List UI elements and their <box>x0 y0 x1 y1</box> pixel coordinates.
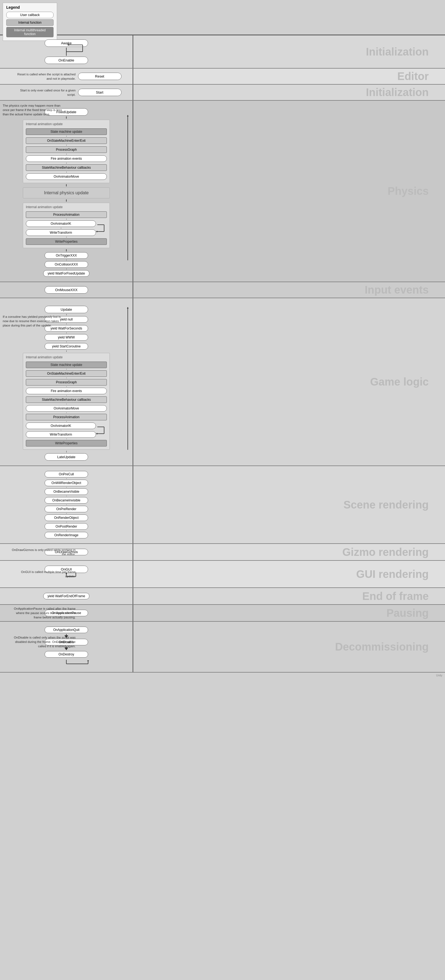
editor-flow: Reset is called when the script is attac… <box>0 68 133 84</box>
gui-note: OnGUI is called multiple time per frame … <box>10 570 76 578</box>
init1-flow: Awake OnEnable <box>0 35 133 68</box>
yield-waitforendofframe: yield WaitForEndOfFrame <box>43 593 89 599</box>
physics-row: The physics cycle may happen more than o… <box>0 101 445 282</box>
init2-row: Start is only ever called once for a giv… <box>0 84 445 100</box>
physics-anim-box-2: Internal animation update ProcessAnimati… <box>23 203 110 248</box>
physics-nodes: FixedUpdate Internal animation update St… <box>23 107 110 277</box>
eof-flow: yield WaitForEndOfFrame <box>0 588 133 604</box>
onanimator-ik-1: OnAnimatorIK <box>26 220 96 227</box>
game-note: If a coroutine has yielded previously bu… <box>3 315 65 328</box>
physics-return-arrow <box>127 114 133 268</box>
gui-heading: GUI rendering <box>356 568 429 580</box>
editor-row: Reset is called when the script is attac… <box>0 68 445 84</box>
physics-return-arrow-container <box>127 114 133 268</box>
pause-row: OnApplicationPause is called after the f… <box>0 605 445 621</box>
onwillrender: OnWillRenderObject <box>44 480 88 486</box>
physics-note: The physics cycle may happen more than o… <box>3 103 65 116</box>
scene-flow: OnPreCull OnWillRenderObject OnBecameVis… <box>0 466 133 543</box>
write-properties-1: WriteProperties <box>26 238 107 245</box>
fire-anim-events-1: Fire animation events <box>26 155 107 162</box>
process-graph-1: ProcessGraph <box>26 146 107 153</box>
state-machine-update-1: State machine update <box>26 129 107 135</box>
game-flow: If a coroutine has yielded previously bu… <box>0 298 133 466</box>
game-onanimator-ik: OnAnimatorIK <box>26 423 96 429</box>
editor-note: Reset is called when the script is attac… <box>13 72 76 81</box>
game-process-anim: ProcessAnimation <box>26 414 107 420</box>
onrenderimage: OnRenderImage <box>44 532 88 538</box>
editor-section: Reset is called when the script is attac… <box>0 68 445 84</box>
onbecamevisible: OnBecameVisible <box>44 488 88 495</box>
write-transform-1: WriteTransform <box>26 229 96 236</box>
ondestroy-node: OnDestroy <box>44 651 88 658</box>
input-section: OnMouseXXX Input events <box>0 282 445 298</box>
legend-internal-function: Internal function <box>6 19 54 26</box>
editor-heading: Editor <box>397 70 429 83</box>
initialization-section-1: Awake OnEnable <box>0 35 445 68</box>
decom-note: OnDisable is called only when the script… <box>10 635 76 648</box>
gizmo-note: OnDrawGizmos is only called while workin… <box>10 548 76 556</box>
input-row: OnMouseXXX Input events <box>0 282 445 298</box>
game-write-properties: WriteProperties <box>26 440 107 447</box>
svg-marker-13 <box>96 433 97 434</box>
game-fire-anim: Fire animation events <box>26 388 107 394</box>
pause-heading: Pausing <box>386 607 429 619</box>
game-onstate-enter: OnStateMachineEnter/Exit <box>26 370 107 377</box>
svg-marker-23 <box>87 660 89 662</box>
game-write-transform: WriteTransform <box>26 431 96 438</box>
gui-section: OnGUI is called multiple time per frame … <box>0 561 445 588</box>
physics-anim2-title: Internal animation update <box>26 205 107 209</box>
game-anim-box: Internal animation update State machine … <box>23 353 110 450</box>
onrenderobject: OnRenderObject <box>44 514 88 521</box>
scene-section: OnPreCull OnWillRenderObject OnBecameVis… <box>0 466 445 544</box>
state-machine-cb-1: StateMachineBehaviour callbacks <box>26 164 107 171</box>
gizmo-row: OnDrawGizmos is only called while workin… <box>0 544 445 560</box>
yield-startcoroutine: yield StartCoroutine <box>44 343 88 350</box>
init1-label: Initialization <box>133 35 445 68</box>
onanimator-move-1: OnAnimatorMove <box>26 173 107 180</box>
init2-note: Start is only ever called once for a giv… <box>13 88 76 97</box>
legend-user-callback: User callback <box>6 12 54 18</box>
pause-flow: OnApplicationPause is called after the f… <box>0 605 133 621</box>
init1-nodes: Awake OnEnable <box>44 39 88 65</box>
game-row: If a coroutine has yielded previously bu… <box>0 298 445 466</box>
gizmo-flow: OnDrawGizmos is only called while workin… <box>0 544 133 560</box>
svg-marker-7 <box>96 231 97 232</box>
input-heading: Input events <box>364 284 429 296</box>
init2-heading: Initialization <box>366 86 429 99</box>
init1-heading: Initialization <box>366 46 429 58</box>
scene-label: Scene rendering <box>133 466 445 543</box>
init-loop-arrow <box>67 43 88 60</box>
game-logic-section: If a coroutine has yielded previously bu… <box>0 298 445 466</box>
page-wrapper: Legend User callback Internal function I… <box>0 0 445 678</box>
game-return-arrow <box>127 306 133 457</box>
game-heading: Game logic <box>370 376 429 388</box>
physics-label: Physics <box>133 101 445 282</box>
pause-note: OnApplicationPause is called after the f… <box>10 606 76 619</box>
init1-row: Awake OnEnable <box>0 35 445 68</box>
gui-row: OnGUI is called multiple time per frame … <box>0 561 445 587</box>
game-anim-nodes: State machine update OnStateMachineEnter… <box>26 361 107 447</box>
decommissioning-section: OnDisable is called only when the script… <box>0 622 445 673</box>
update-node: Update <box>44 306 88 313</box>
svg-marker-15 <box>127 307 128 309</box>
reset-node: Reset <box>78 73 122 80</box>
decom-row: OnDisable is called only when the script… <box>0 622 445 672</box>
game-return-container <box>127 306 133 457</box>
gizmo-section: OnDrawGizmos is only called while workin… <box>0 544 445 561</box>
onmouse-xxx: OnMouseXXX <box>44 286 88 294</box>
eof-heading: End of frame <box>363 590 429 602</box>
copyright: Unity <box>0 673 445 678</box>
ik-loop-arrow <box>96 221 107 235</box>
init2-flow: Start is only ever called once for a giv… <box>0 84 133 100</box>
input-flow: OnMouseXXX <box>0 282 133 298</box>
game-state-machine: State machine update <box>26 361 107 368</box>
editor-label: Editor <box>133 68 445 84</box>
onpostrender: OnPostRender <box>44 523 88 530</box>
gui-flow: OnGUI is called multiple time per frame … <box>0 561 133 587</box>
decom-return-arrow <box>39 660 93 668</box>
onprecull: OnPreCull <box>44 471 88 477</box>
physics-anim2-nodes: ProcessAnimation OnAnimatorIK WriteTrans… <box>26 211 107 246</box>
game-nodes: Update yield null yield WaitForSeconds y… <box>23 305 110 461</box>
physics-anim-box-1: Internal animation update State machine … <box>23 120 110 183</box>
game-ik-loop <box>96 423 107 438</box>
